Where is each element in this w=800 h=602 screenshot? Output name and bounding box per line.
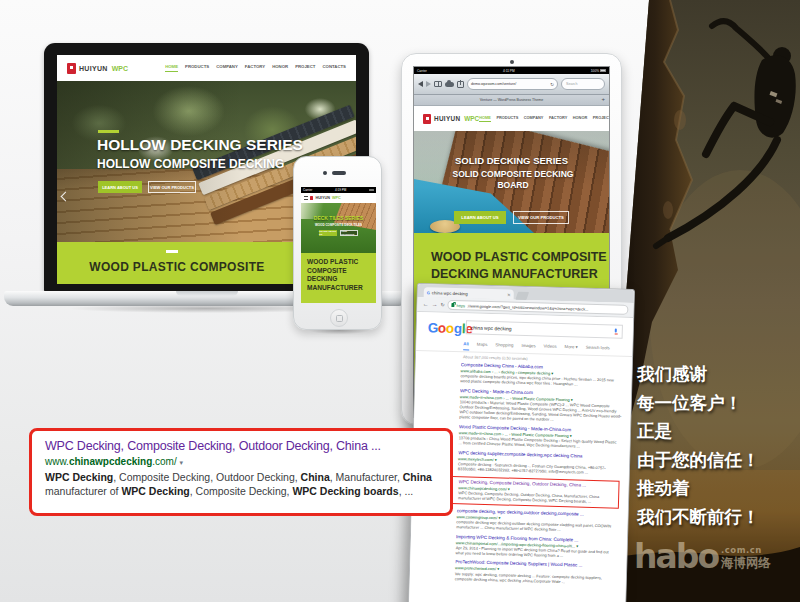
promo-collage: HUIYUN WPC HOME PRODUCTS COMPANY FACTORY…: [0, 0, 800, 602]
address-bar[interactable]: demo.wpzoom.com/venture/ ↻: [467, 78, 558, 90]
snippet-part: WPC Decking: [45, 471, 113, 483]
menu-images[interactable]: Images: [521, 343, 535, 352]
clock-label: 4:11 PM: [427, 69, 591, 73]
menu-maps[interactable]: Maps: [477, 342, 488, 351]
address-url: demo.wpzoom.com/venture/: [471, 82, 516, 86]
nav-item-contacts[interactable]: CONTACTS: [322, 64, 346, 72]
brand-name-accent: WPC: [332, 196, 341, 200]
nav-item-products[interactable]: PRODUCTS: [496, 115, 518, 123]
nav-item-honor[interactable]: HONOR: [272, 64, 288, 72]
slogan-line: 推动着: [637, 474, 760, 503]
slogan-text: 我们感谢 每一位客户！ 正是 由于您的信任！ 推动着 我们不断前行！: [637, 360, 760, 531]
hero-slider: SOLID DECKING SERIES SOLID COMPOSITE DEC…: [414, 131, 609, 233]
mic-icon[interactable]: [614, 329, 618, 334]
hero-subtitle: SOLID COMPOSITE DECKING BOARD: [438, 169, 588, 191]
site-nav: HOME PRODUCTS COMPANY FACTORY HONOR PROJ…: [479, 115, 610, 123]
search-field[interactable]: Search: [561, 78, 605, 90]
nav-item-products[interactable]: PRODUCTS: [185, 64, 209, 72]
nav-item-project[interactable]: PROJECT: [593, 115, 610, 123]
share-icon[interactable]: [457, 81, 464, 88]
menu-all[interactable]: All: [463, 341, 469, 350]
close-tab-icon[interactable]: ✕: [507, 292, 511, 297]
url-prefix: www.: [45, 456, 69, 467]
site-logo[interactable]: HUIYUN WPC: [67, 63, 128, 74]
carrier-label: Carrier: [303, 188, 312, 192]
dropdown-arrow-icon[interactable]: ▾: [180, 459, 184, 466]
view-products-button[interactable]: VIEW OUR PRODUCTS: [148, 181, 196, 193]
learn-about-us-button[interactable]: LEARN ABOUT US: [98, 181, 142, 193]
search-result: WPC Decking - Made-in-China.com www.made…: [459, 388, 622, 424]
hero-title: HOLLOW DECKING SERIES: [97, 136, 303, 154]
nav-item-home[interactable]: HOME: [165, 64, 178, 72]
hero-buttons: LEARN ABOUT US VIEW OUR PRODUCTS: [414, 211, 609, 224]
snippet-part: China: [301, 471, 330, 483]
nav-item-company[interactable]: COMPANY: [524, 115, 544, 123]
menu-icon[interactable]: [304, 196, 308, 199]
slogan-line: 我们感谢: [637, 360, 760, 389]
reload-icon[interactable]: ↻: [550, 82, 554, 87]
slogan-line: 正是: [637, 417, 760, 446]
search-input[interactable]: china wpc decking: [466, 320, 623, 338]
brand-name-accent: WPC: [464, 115, 479, 122]
slogan-line: 由于您的信任！: [637, 446, 760, 475]
tablet-camera-icon: [510, 60, 514, 64]
brand-name: HUIYUN: [315, 196, 330, 200]
snippet-part: manufacturer of: [45, 485, 121, 497]
cloud-tabs-icon[interactable]: [445, 82, 454, 87]
site-header: HUIYUN WPC HOME PRODUCTS COMPANY FACTORY…: [414, 106, 609, 131]
habo-domain-block: .com.cn 海博网络: [721, 545, 771, 572]
nav-item-factory[interactable]: FACTORY: [549, 115, 567, 123]
reload-icon[interactable]: ↻: [440, 302, 444, 308]
brand-logo-icon: [423, 114, 431, 124]
url-text: ://www.google.com/?gws_rd=ssl#newwindow=…: [467, 303, 589, 311]
forward-icon[interactable]: [426, 81, 431, 87]
menu-shopping[interactable]: Shopping: [495, 342, 513, 351]
result-snippet: WPC Decking, Composite Decking, Outdoor …: [45, 470, 438, 498]
snippet-part: , Manufacturer,: [330, 471, 403, 483]
phone-speaker-icon: [332, 171, 346, 175]
menu-videos[interactable]: Videos: [543, 344, 556, 353]
site-logo[interactable]: HUIYUN WPC: [423, 114, 479, 124]
nav-item-home[interactable]: HOME: [479, 115, 491, 123]
search-result: WPC decking supplier,composite decking,w…: [458, 450, 621, 476]
habo-logo: habo: [634, 539, 718, 575]
view-products-button[interactable]: VIEW PRODUCTS: [340, 230, 358, 236]
nav-item-company[interactable]: COMPANY: [216, 64, 238, 72]
hero-buttons: LEARN ABOUT US VIEW PRODUCTS: [301, 230, 376, 236]
menu-search-tools[interactable]: Search tools: [586, 345, 610, 354]
view-products-button[interactable]: VIEW OUR PRODUCTS: [513, 211, 569, 224]
battery-icon: [369, 189, 374, 192]
brand-logo-icon: [67, 63, 76, 74]
lock-icon: [452, 303, 455, 306]
menu-more[interactable]: More ▾: [564, 344, 577, 353]
phone: Carrier 4:19 PM HUIYUN WPC DECK TILES SE…: [293, 156, 382, 330]
result-url[interactable]: www.chinawpcdecking.com/ ▾: [45, 456, 438, 467]
back-icon[interactable]: [418, 81, 423, 87]
back-icon[interactable]: ←: [422, 301, 428, 307]
learn-about-us-button[interactable]: LEARN ABOUT US: [319, 230, 337, 236]
search-result: Composite Decking China - Alibaba.com ww…: [460, 362, 623, 388]
forward-icon[interactable]: →: [431, 301, 437, 307]
url-suffix: .com/: [152, 456, 176, 467]
result-title[interactable]: WPC Decking, Composite Decking, Outdoor …: [45, 439, 438, 453]
site-header: HUIYUN WPC: [301, 193, 376, 203]
url-domain: chinawpcdecking: [69, 456, 152, 467]
snippet-part: WPC Decking: [121, 485, 189, 497]
new-tab-button[interactable]: [515, 292, 529, 300]
hero-subtitle: HOLLOW COMPOSITE DECKING: [97, 157, 284, 171]
learn-about-us-button[interactable]: LEARN ABOUT US: [454, 211, 506, 224]
brand-logo-icon: [310, 196, 313, 200]
search-query: china wpc decking: [471, 324, 512, 331]
tab-favicon-icon: G: [427, 290, 430, 295]
hero-accent-dash: [98, 130, 119, 133]
nav-item-factory[interactable]: FACTORY: [245, 64, 265, 72]
brand-name-accent: WPC: [112, 65, 128, 72]
bookmarks-icon[interactable]: [434, 81, 442, 87]
new-tab-icon[interactable]: +: [601, 96, 605, 102]
habo-domain: .com.cn: [721, 545, 771, 555]
home-button[interactable]: [330, 309, 348, 327]
tab-title[interactable]: Venture — WordPress Business Theme: [480, 98, 543, 102]
nav-item-honor[interactable]: HONOR: [573, 115, 587, 123]
snippet-part: WPC Decking boards: [292, 485, 398, 497]
nav-item-project[interactable]: PROJECT: [295, 64, 315, 72]
